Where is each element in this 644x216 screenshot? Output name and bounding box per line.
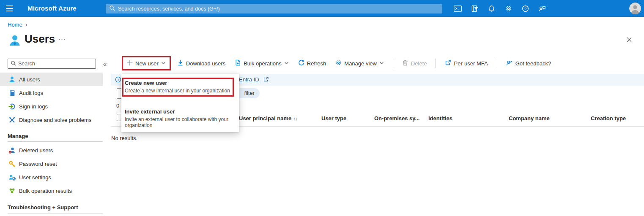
account-avatar[interactable] (629, 3, 641, 14)
bulk-operations-button[interactable]: Bulk operations (232, 56, 292, 70)
cloud-shell-icon[interactable] (449, 0, 466, 17)
sidebar-nav: All users Audit logs Sign-in logs Diagno… (0, 73, 109, 127)
gear-icon (335, 59, 342, 67)
column-header-on-premises[interactable]: On-premises sy... (374, 115, 419, 122)
sidebar-item-audit-logs[interactable]: Audit logs (0, 86, 109, 100)
global-search-input[interactable] (118, 6, 439, 12)
column-header-user-principal-name[interactable]: User principal name ↑↓ (239, 115, 298, 122)
chevron-down-icon (161, 60, 166, 67)
sidebar-collapse-icon[interactable]: « (101, 59, 109, 69)
breadcrumb-chevron-icon: › (25, 21, 27, 28)
sidebar-item-sign-in-logs[interactable]: Sign-in logs (0, 100, 109, 113)
svg-text:?: ? (524, 6, 526, 11)
per-user-mfa-button[interactable]: Per-user MFA (442, 56, 491, 70)
command-bar: New user Download users Bulk operations … (122, 56, 554, 70)
sidebar-item-deleted-users[interactable]: Deleted users (0, 143, 109, 157)
users-icon (8, 76, 16, 83)
audit-logs-icon (8, 89, 16, 97)
hamburger-menu-icon[interactable] (0, 0, 19, 17)
got-feedback-button[interactable]: Got feedback? (503, 56, 554, 70)
deleted-users-icon (8, 147, 16, 154)
sidebar-item-all-users[interactable]: All users (0, 73, 103, 86)
partial-count-text: 0 (116, 103, 120, 109)
bulk-results-icon (8, 187, 16, 194)
chevron-down-icon (379, 60, 384, 67)
delete-button[interactable]: Delete (399, 56, 430, 70)
download-users-button[interactable]: Download users (174, 56, 228, 70)
close-icon[interactable] (625, 35, 633, 44)
sidebar-item-user-settings[interactable]: User settings (0, 170, 109, 184)
notifications-bell-icon[interactable] (483, 0, 500, 17)
download-icon (177, 59, 184, 67)
chevron-down-icon (284, 60, 289, 67)
divider (497, 59, 497, 68)
diagnose-tools-icon (8, 116, 16, 124)
divider (8, 213, 103, 213)
page-title: Users (25, 32, 55, 46)
column-header-identities[interactable]: Identities (428, 115, 452, 122)
sidebar-item-password-reset[interactable]: Password reset (0, 157, 109, 170)
entra-id-link[interactable]: Entra ID. (239, 76, 260, 83)
plus-icon (127, 60, 133, 67)
divider (8, 141, 103, 142)
bulk-operations-icon (235, 59, 241, 67)
sidebar-item-label: Deleted users (19, 147, 53, 154)
sidebar-item-label: Bulk operation results (19, 188, 72, 194)
global-search-bar[interactable] (106, 4, 442, 14)
manage-view-button[interactable]: Manage view (332, 56, 387, 70)
sidebar-manage-nav: Deleted users Password reset User settin… (0, 143, 109, 197)
sidebar-item-label: Password reset (19, 161, 57, 167)
menu-item-title: Invite external user (125, 108, 236, 115)
sort-icon[interactable]: ↑↓ (293, 116, 298, 121)
sidebar-item-label: Audit logs (19, 90, 43, 96)
topbar-icon-group: ? (449, 0, 551, 17)
sidebar-item-label: User settings (19, 174, 51, 181)
sidebar-item-label: All users (19, 76, 40, 83)
password-key-icon (8, 160, 16, 167)
empty-state-text: No results. (111, 135, 137, 141)
column-header-user-type[interactable]: User type (321, 115, 346, 122)
directory-filter-icon[interactable] (466, 0, 483, 17)
info-icon (115, 76, 121, 84)
more-options-icon[interactable]: ··· (58, 35, 66, 42)
open-in-new-window-icon (445, 59, 451, 67)
user-settings-icon (8, 174, 16, 181)
menu-item-description: Create a new internal user in your organ… (125, 88, 236, 94)
sidebar-item-label: Sign-in logs (19, 103, 48, 110)
column-header-creation-type[interactable]: Creation type (591, 115, 626, 122)
refresh-button[interactable]: Refresh (295, 56, 329, 70)
breadcrumb-home-link[interactable]: Home (8, 22, 22, 28)
brand-title[interactable]: Microsoft Azure (27, 5, 77, 12)
users-page-icon (8, 34, 21, 48)
menu-item-title: Create new user (125, 80, 236, 86)
column-header-company-name[interactable]: Company name (509, 115, 550, 122)
divider (393, 59, 393, 68)
search-icon (11, 60, 16, 67)
help-icon[interactable]: ? (517, 0, 534, 17)
sidebar-section-support: Troubleshooting + Support (8, 204, 78, 211)
new-user-button[interactable]: New user (122, 56, 171, 70)
menu-item-create-new-user[interactable]: Create new user Create a new internal us… (125, 80, 236, 94)
feedback-icon[interactable] (534, 0, 551, 17)
divider (436, 59, 436, 68)
sidebar-search-input[interactable] (18, 61, 93, 67)
search-icon (109, 5, 115, 12)
azure-top-bar: Microsoft Azure ? (0, 0, 644, 17)
sidebar-item-bulk-operation-results[interactable]: Bulk operation results (0, 184, 109, 197)
feedback-person-icon (506, 59, 513, 68)
external-link-icon[interactable] (263, 77, 269, 83)
trash-icon (402, 59, 408, 67)
sidebar-search-box[interactable] (8, 59, 96, 69)
refresh-icon (298, 59, 304, 67)
sidebar-item-diagnose[interactable]: Diagnose and solve problems (0, 113, 109, 127)
settings-gear-icon[interactable] (500, 0, 517, 17)
sign-in-logs-icon (8, 103, 16, 110)
sidebar-section-manage: Manage (8, 133, 28, 139)
menu-item-invite-external-user[interactable]: Invite external user Invite an external … (125, 108, 236, 128)
new-user-dropdown-menu: Create new user Create a new internal us… (121, 74, 239, 132)
breadcrumb: Home › (8, 21, 27, 28)
sidebar-item-label: Diagnose and solve problems (19, 117, 91, 123)
menu-item-description: Invite an external user to collaborate w… (125, 116, 234, 128)
